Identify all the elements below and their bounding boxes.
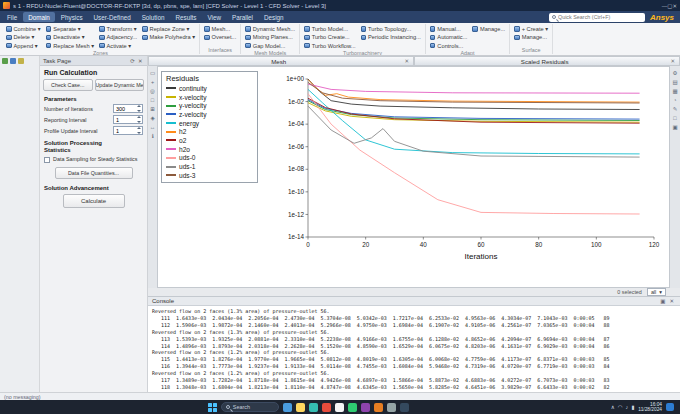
ribbon-button-automatic[interactable]: Automatic... [429, 33, 469, 41]
ribbon-button-turbo-model[interactable]: Turbo Model... [303, 25, 356, 33]
layout-icon[interactable]: ▤ [672, 79, 677, 85]
network-icon[interactable]: ◠ [618, 404, 623, 410]
legend-item-z-velocity: z-velocity [166, 110, 253, 119]
ribbon-button-controls[interactable]: Controls... [429, 42, 469, 50]
tab-design[interactable]: Design [259, 12, 289, 22]
close-button[interactable]: ✕ [672, 3, 677, 9]
zoom-icon[interactable]: ◎ [150, 88, 155, 94]
ribbon-button-turbo-workflow[interactable]: Turbo Workflow... [303, 42, 356, 50]
spinner-icon[interactable] [137, 105, 142, 112]
taskbar-app-excel[interactable] [348, 403, 357, 412]
clear-icon[interactable]: ✕ [667, 298, 676, 304]
taskbar-app-terminal[interactable] [387, 403, 396, 412]
views-icon[interactable]: ▦ [672, 88, 677, 94]
save-image-icon[interactable]: ▣ [672, 124, 677, 130]
filter-dropdown[interactable]: all ▾ [647, 288, 666, 296]
tab-file[interactable]: File [2, 12, 22, 22]
annotate-icon[interactable]: ✎ [673, 106, 678, 112]
ribbon-button-make-polyhedra[interactable]: Make Polyhedra ▾ [141, 33, 196, 41]
taskbar-app-settings[interactable] [400, 403, 409, 412]
search-input[interactable] [558, 14, 642, 20]
residuals-window-tab[interactable]: Scaled Residuals ✕ [414, 56, 680, 66]
ribbon-button-manage[interactable]: Manage... [513, 33, 549, 41]
grid-icon[interactable]: ⊞ [150, 106, 155, 112]
start-button[interactable] [208, 403, 217, 412]
outline-panel [0, 56, 40, 392]
quick-search[interactable] [549, 13, 645, 22]
box-icon[interactable]: □ [151, 97, 154, 103]
ribbon-button-create[interactable]: + Create ▾ [513, 25, 549, 33]
close-icon[interactable]: ✕ [404, 58, 409, 64]
update-dynamic-mesh-button[interactable]: Update Dynamic Mesh... [95, 79, 145, 91]
notification-badge[interactable] [666, 403, 674, 411]
info-icon[interactable]: ℹ [151, 133, 153, 139]
copy-icon[interactable]: ▣ [658, 298, 667, 304]
ribbon-button-transform[interactable]: Transform ▾ [98, 25, 138, 33]
ribbon-button-overset[interactable]: Overset... [203, 33, 237, 41]
clip-icon[interactable]: ◔ [673, 97, 676, 103]
ribbon-button-gap-model[interactable]: Gap Model... [244, 42, 296, 50]
ribbon-button-mesh[interactable]: Mesh... [203, 25, 237, 33]
taskbar-app-file-explorer[interactable] [296, 403, 305, 412]
close-icon[interactable]: ✕ [670, 58, 675, 64]
tab-view[interactable]: View [202, 12, 226, 22]
tray-expand-icon[interactable]: ∧ [611, 404, 615, 410]
data-file-quantities-button[interactable]: Data File Quantities... [55, 167, 133, 179]
tab-results[interactable]: Results [170, 12, 201, 22]
battery-icon[interactable]: ▮ [631, 404, 634, 410]
ribbon-group-adapt: Manual...Automatic...Controls...Manage..… [426, 24, 510, 54]
ribbon-button-turbo-topology[interactable]: Turbo Topology... [360, 25, 422, 33]
taskbar-app-office[interactable] [335, 403, 344, 412]
console-header: Console ▣✕ [148, 297, 680, 306]
taskbar-app-mail[interactable] [322, 403, 331, 412]
tab-solution[interactable]: Solution [137, 12, 170, 22]
ribbon-button-manual[interactable]: Manual... [429, 25, 469, 33]
taskbar-clock[interactable]: 16:04 11/28/2024 [638, 402, 662, 412]
pan-icon[interactable]: + [151, 79, 154, 85]
ribbon-button-separate[interactable]: Separate ▾ [45, 25, 95, 33]
taskbar-app-edge[interactable] [283, 403, 292, 412]
probe-icon[interactable]: ◈ [150, 115, 154, 121]
filter-icon[interactable] [10, 58, 16, 64]
mesh-window-tab[interactable]: Mesh ✕ [148, 56, 414, 66]
check-case-button[interactable]: Check Case... [43, 79, 93, 91]
ribbon-button-manage[interactable]: Manage... [471, 25, 506, 33]
expand-icon[interactable] [18, 58, 24, 64]
frame-icon[interactable]: □ [673, 115, 676, 121]
settings-icon[interactable]: ⚙ [673, 70, 678, 76]
ribbon-button-periodic-instancing[interactable]: Periodic Instancing... [360, 33, 422, 41]
tab-domain[interactable]: Domain [23, 12, 55, 22]
taskbar-search[interactable]: Search [221, 402, 279, 412]
tab-parallel[interactable]: Parallel [227, 12, 258, 22]
volume-icon[interactable]: ♪ [626, 404, 629, 410]
taskbar-app-store[interactable] [309, 403, 318, 412]
ribbon-button-turbo-create[interactable]: Turbo Create... [303, 33, 356, 41]
ribbon-button-combine[interactable]: Combine ▾ [5, 25, 42, 33]
tab-physics[interactable]: Physics [56, 12, 88, 22]
ribbon-button-dynamic-mesh[interactable]: Dynamic Mesh... [244, 25, 296, 33]
ribbon-button-deactivate[interactable]: Deactivate ▾ [45, 33, 95, 41]
ribbon-button-replace-zone[interactable]: Replace Zone ▾ [141, 25, 196, 33]
dynamic-mesh-icon [245, 26, 251, 32]
selection-info: 0 selected [617, 289, 642, 295]
console-output[interactable]: Reversed flow on 2 faces (1.3% area) of … [148, 306, 680, 393]
spinner-icon[interactable] [137, 127, 142, 134]
fit-icon[interactable]: ↔ [150, 124, 156, 130]
legend-item-h2o: h2o [166, 145, 253, 154]
select-icon[interactable]: ▭ [150, 70, 155, 76]
tab-user-defined[interactable]: User-Defined [89, 12, 136, 22]
task-page-panel: Task Page ⟳✕ Run Calculation Check Case.… [40, 56, 148, 392]
ribbon-button-activate[interactable]: Activate ▾ [98, 42, 138, 50]
ribbon-button-replace-mesh[interactable]: Replace Mesh ▾ [45, 42, 95, 50]
data-sampling-checkbox[interactable] [44, 157, 50, 163]
ribbon-button-delete[interactable]: Delete ▾ [5, 33, 42, 41]
ribbon-button-adjacency[interactable]: Adjacency... [98, 33, 138, 41]
ribbon-button-append[interactable]: Append ▾ [5, 42, 42, 50]
calculate-button[interactable]: Calculate [63, 194, 125, 208]
ribbon-button-mixing-planes[interactable]: Mixing Planes... [244, 33, 296, 41]
spinner-icon[interactable] [137, 116, 142, 123]
taskbar-app-fluent[interactable] [374, 403, 383, 412]
tree-icon[interactable] [2, 58, 8, 64]
close-icon[interactable]: ✕ [136, 58, 144, 64]
taskbar-app-teams[interactable] [361, 403, 370, 412]
